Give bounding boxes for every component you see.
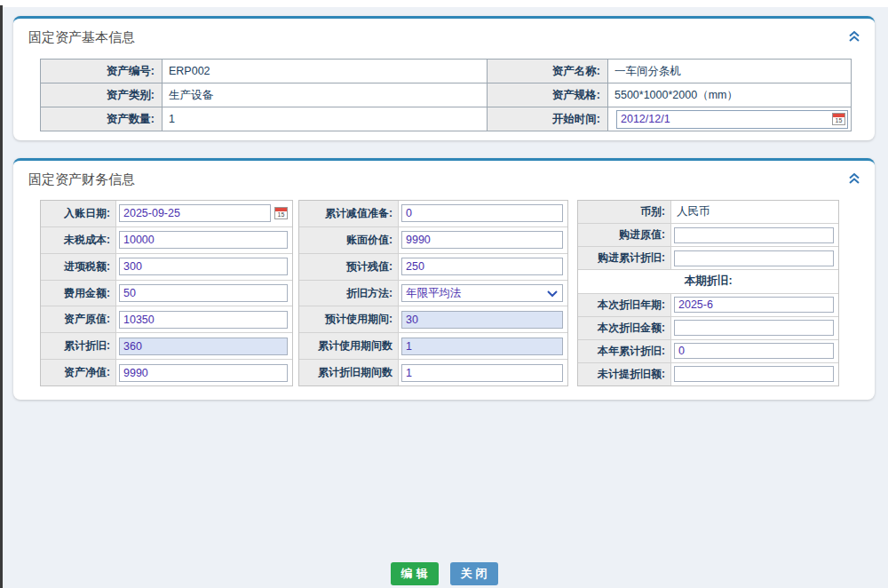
net-value-input[interactable] — [119, 364, 288, 382]
impairment-reserve-input[interactable] — [401, 204, 563, 222]
impairment-reserve-label: 累计减值准备: — [299, 201, 399, 226]
asset-category-value: 生产设备 — [163, 83, 488, 107]
purchase-value-input[interactable] — [674, 227, 834, 243]
currency-label: 币别: — [578, 201, 671, 223]
field-row: 本次折旧金额: — [578, 317, 838, 340]
purchase-value-label: 购进原值: — [578, 224, 671, 246]
table-row: 资产编号: ERP002 资产名称: 一车间分条机 — [41, 60, 852, 83]
table-row: 资产数量: 1 开始时间: 15 — [41, 107, 852, 131]
asset-qty-label: 资产数量: — [41, 107, 163, 131]
original-value-label: 资产原值: — [41, 306, 116, 332]
entry-date-input[interactable] — [119, 204, 271, 222]
untaxed-cost-label: 未税成本: — [41, 227, 116, 253]
depreciation-method-label: 折旧方法: — [299, 281, 399, 306]
calendar-icon[interactable]: 15 — [274, 207, 288, 219]
asset-name-value: 一车间分条机 — [608, 60, 852, 83]
purchase-depreciation-label: 购进累计折旧: — [578, 247, 671, 269]
depreciated-periods-label: 累计折旧期间数 — [299, 360, 399, 385]
collapse-chevrons-up-icon[interactable] — [846, 29, 862, 44]
used-periods-label: 累计使用期间数 — [299, 333, 399, 359]
asset-spec-value: 5500*1000*2000（mm） — [608, 83, 852, 107]
undepreciated-input[interactable] — [674, 366, 834, 382]
current-period-input[interactable] — [674, 297, 834, 313]
year-depreciation-label: 本年累计折旧: — [578, 340, 671, 362]
input-tax-label: 进项税额: — [41, 254, 116, 280]
original-value-input[interactable] — [119, 311, 288, 329]
field-row: 未计提折旧额: — [578, 363, 838, 385]
finance-info-panel: 固定资产财务信息 入账日期: 15 未税成本: 进项税额: 费用金额: — [13, 158, 875, 400]
fee-amount-input[interactable] — [119, 284, 288, 302]
depreciation-method-value: 年限平均法 — [406, 286, 546, 301]
accumulated-depreciation-input — [119, 338, 288, 355]
footer-buttons: 编辑 关闭 — [0, 562, 888, 585]
asset-spec-label: 资产规格: — [488, 83, 608, 107]
field-row: 累计减值准备: — [299, 201, 567, 227]
field-row: 预计残值: — [299, 254, 567, 281]
depreciated-periods-input[interactable] — [401, 364, 563, 382]
close-button[interactable]: 关闭 — [450, 562, 498, 585]
current-amount-label: 本次折旧金额: — [578, 317, 671, 339]
field-row: 折旧方法: 年限平均法 — [299, 281, 567, 307]
book-value-label: 账面价值: — [299, 227, 399, 253]
field-row: 进项税额: — [41, 254, 292, 281]
field-row: 币别: 人民币 — [578, 201, 838, 224]
finance-group-depreciation: 累计减值准备: 账面价值: 预计残值: 折旧方法: 年限平均法 预计使用期间: — [298, 200, 568, 386]
currency-value: 人民币 — [674, 204, 710, 219]
current-period-label: 本次折旧年期: — [578, 294, 671, 316]
basic-info-panel: 固定资产基本信息 资产编号: ERP002 资产名称: 一车间分条机 资产类别:… — [13, 16, 875, 140]
basic-info-table: 资产编号: ERP002 资产名称: 一车间分条机 资产类别: 生产设备 资产规… — [40, 59, 852, 131]
field-row: 累计使用期间数 — [299, 333, 567, 360]
start-date-input[interactable] — [617, 113, 832, 125]
depreciation-method-select[interactable]: 年限平均法 — [401, 284, 563, 302]
start-date-field: 15 — [616, 110, 848, 129]
current-depreciation-header: 本期折旧: — [578, 270, 838, 293]
entry-date-label: 入账日期: — [41, 201, 116, 226]
field-row: 入账日期: 15 — [41, 201, 292, 227]
net-value-label: 资产净值: — [41, 360, 116, 385]
asset-name-label: 资产名称: — [488, 60, 608, 83]
table-row: 资产类别: 生产设备 资产规格: 5500*1000*2000（mm） — [41, 83, 852, 107]
basic-panel-title: 固定资产基本信息 — [28, 29, 135, 46]
asset-code-value: ERP002 — [163, 60, 488, 83]
field-row: 购进累计折旧: — [578, 247, 838, 270]
finance-panel-title: 固定资产财务信息 — [28, 171, 135, 188]
untaxed-cost-input[interactable] — [119, 231, 288, 249]
field-row: 预计使用期间: — [299, 306, 567, 333]
asset-qty-value: 1 — [163, 107, 488, 131]
finance-group-cost: 入账日期: 15 未税成本: 进项税额: 费用金额: 资产原值: 累计折旧: — [40, 200, 293, 386]
field-row: 累计折旧: — [41, 333, 292, 360]
undepreciated-label: 未计提折旧额: — [578, 363, 671, 385]
book-value-input[interactable] — [401, 231, 563, 249]
field-row: 本次折旧年期: — [578, 294, 838, 317]
field-row: 累计折旧期间数 — [299, 360, 567, 385]
field-row: 本年累计折旧: — [578, 340, 838, 363]
field-row: 费用金额: — [41, 281, 292, 307]
field-row: 资产净值: — [41, 360, 292, 385]
finance-group-currency: 币别: 人民币 购进原值: 购进累计折旧: 本期折旧: 本次折旧年期: 本次折旧… — [577, 200, 839, 386]
field-row: 资产原值: — [41, 306, 292, 333]
calendar-icon[interactable]: 15 — [832, 113, 845, 125]
entry-date-field: 15 — [119, 203, 288, 223]
field-row: 购进原值: — [578, 224, 838, 247]
collapse-chevrons-up-icon[interactable] — [846, 171, 862, 186]
field-row: 未税成本: — [41, 227, 292, 254]
asset-category-label: 资产类别: — [41, 83, 163, 107]
purchase-depreciation-input[interactable] — [674, 250, 834, 266]
field-row: 账面价值: — [299, 227, 567, 254]
salvage-value-input[interactable] — [401, 258, 563, 275]
fee-amount-label: 费用金额: — [41, 281, 116, 306]
used-periods-input — [401, 338, 563, 355]
chevron-down-icon — [546, 285, 559, 301]
asset-code-label: 资产编号: — [41, 60, 163, 83]
salvage-value-label: 预计残值: — [299, 254, 399, 280]
current-amount-input[interactable] — [674, 320, 834, 336]
start-date-label: 开始时间: — [488, 107, 608, 131]
edit-button[interactable]: 编辑 — [391, 562, 439, 585]
input-tax-input[interactable] — [119, 258, 288, 275]
accumulated-depreciation-label: 累计折旧: — [41, 333, 116, 359]
year-depreciation-input[interactable] — [674, 343, 834, 359]
expected-periods-input — [401, 311, 563, 329]
expected-periods-label: 预计使用期间: — [299, 306, 399, 332]
